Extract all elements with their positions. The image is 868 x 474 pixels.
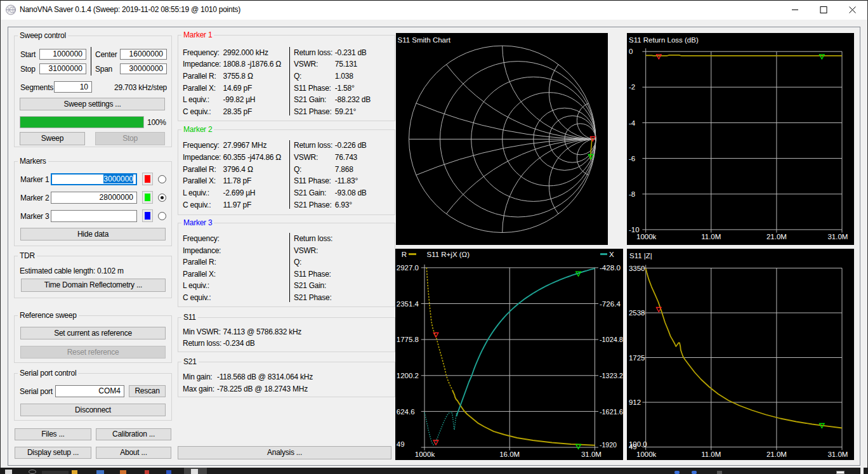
svg-text:-8: -8 <box>629 190 635 198</box>
svg-text:-428.0: -428.0 <box>600 264 621 272</box>
svg-text:-4: -4 <box>629 119 636 127</box>
svg-text:624.6: 624.6 <box>397 408 415 416</box>
svg-text:16.0M: 16.0M <box>499 451 520 458</box>
svg-text:2351.4: 2351.4 <box>397 300 419 308</box>
svg-text:S11 Return Loss (dB): S11 Return Loss (dB) <box>629 36 699 44</box>
svg-text:2927.0: 2927.0 <box>397 264 419 272</box>
svg-text:-2: -2 <box>629 83 635 91</box>
svg-text:21.0M: 21.0M <box>766 233 787 240</box>
svg-text:0: 0 <box>629 48 633 55</box>
svg-text:31.0M: 31.0M <box>827 233 848 240</box>
svg-text:2538: 2538 <box>629 309 645 317</box>
svg-text:S11 |Z|: S11 |Z| <box>629 252 652 260</box>
svg-text:11.0M: 11.0M <box>701 451 721 458</box>
svg-text:31.0M: 31.0M <box>827 451 848 458</box>
svg-text:1200.2: 1200.2 <box>397 372 419 379</box>
svg-text:1000k: 1000k <box>636 233 657 240</box>
svg-text:-1920: -1920 <box>600 441 617 449</box>
svg-text:-10: -10 <box>629 226 640 234</box>
svg-text:11.0M: 11.0M <box>701 233 721 240</box>
svg-text:21.0M: 21.0M <box>766 451 787 458</box>
svg-text:S11 Smith Chart: S11 Smith Chart <box>398 36 451 44</box>
svg-text:-726.4: -726.4 <box>600 300 621 308</box>
svg-text:1725: 1725 <box>629 354 645 362</box>
svg-text:49: 49 <box>629 443 637 451</box>
svg-text:31.0M: 31.0M <box>581 451 602 458</box>
svg-text:49: 49 <box>397 440 405 448</box>
svg-text:1000k: 1000k <box>415 451 435 458</box>
svg-text:912: 912 <box>629 398 641 406</box>
svg-text:-1621.6: -1621.6 <box>600 408 623 416</box>
svg-text:X: X <box>609 251 614 258</box>
svg-text:3350: 3350 <box>629 265 645 272</box>
svg-text:-1323.2: -1323.2 <box>600 372 623 379</box>
svg-text:1000k: 1000k <box>636 451 657 458</box>
svg-text:-1024.8: -1024.8 <box>600 336 623 343</box>
svg-text:1775.8: 1775.8 <box>397 336 419 343</box>
svg-text:-6: -6 <box>629 155 635 162</box>
svg-text:S11 R+jX (Ω): S11 R+jX (Ω) <box>427 251 470 258</box>
svg-text:R: R <box>402 251 407 258</box>
